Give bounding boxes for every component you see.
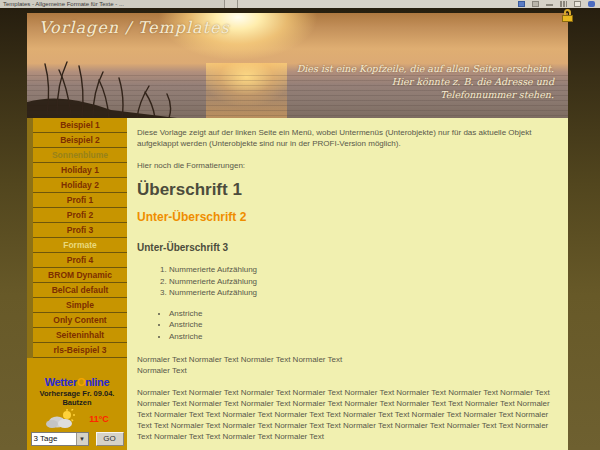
browser-chrome: Templates - Allgemeine Formate für Texte… [0,0,600,8]
normal-text-paragraph-2: Normaler Text Normaler Text Normaler Tex… [137,387,558,442]
lock-icon [562,9,573,22]
sidebar-item-formate[interactable]: Formate [33,238,127,253]
numbered-list-item: Nummerierte Aufzählung [169,276,558,288]
wetteronline-logo[interactable]: WetterOnline [27,376,127,388]
forecast-date: Vorhersage Fr. 09.04. [27,389,127,398]
sidebar-item-beispiel-1[interactable]: Beispiel 1 [33,118,127,133]
new-tab-button[interactable] [225,0,238,8]
browser-tab[interactable]: Templates - Allgemeine Formate für Texte… [0,0,225,8]
sidebar-item-profi-4[interactable]: Profi 4 [33,253,127,268]
grid-icon[interactable] [560,1,567,7]
bullet-list-item: Anstriche [169,308,558,320]
sidebar-item-profi-2[interactable]: Profi 2 [33,208,127,223]
page-background: Vorlagen / Templates Dies ist eine Kopfz… [0,8,600,450]
temperature-value: 11°C [89,414,109,424]
forecast-city: Bautzen [27,398,127,407]
browser-toolbar-icons [518,1,595,7]
main-content: Diese Vorlage zeigt auf der linken Seite… [127,118,568,450]
sun-o-icon: O [77,376,85,388]
heading-3: Unter-Überschrift 3 [137,242,558,253]
weather-widget: WetterOnline Vorhersage Fr. 09.04. Bautz… [27,376,127,450]
sidebar-item-sonnenblume[interactable]: Sonnenblume [33,148,127,163]
sidebar-item-only-content[interactable]: Only Content [33,313,127,328]
site-title: Vorlagen / Templates [39,18,230,37]
app-icon[interactable] [518,1,525,7]
beach-grass-silhouette [27,56,257,118]
formats-intro: Hier noch die Formatierungen: [137,160,558,171]
sidebar-item-beispiel-2[interactable]: Beispiel 2 [33,133,127,148]
bullet-list-item: Anstriche [169,319,558,331]
sidebar-item-simple[interactable]: Simple [33,298,127,313]
numbered-list: Nummerierte Aufzählung Nummerierte Aufzä… [137,264,558,299]
forecast-period-select[interactable]: 3 Tage ▼ [31,432,89,446]
numbered-list-item: Nummerierte Aufzählung [169,287,558,299]
sidebar-item-holiday-2[interactable]: Holiday 2 [33,178,127,193]
normal-text-paragraph-1: Normaler Text Normaler Text Normaler Tex… [137,354,558,376]
sidebar-item-seiteninhalt[interactable]: Seiteninhalt [33,328,127,343]
sidebar-item-holiday-1[interactable]: Holiday 1 [33,163,127,178]
minimize-icon[interactable] [546,1,553,6]
bullet-list-item: Anstriche [169,331,558,343]
sidebar: Beispiel 1 Beispiel 2 Sonnenblume Holida… [27,118,127,450]
header-sunset-image: Vorlagen / Templates Dies ist eine Kopfz… [27,13,568,118]
sidebar-item-profi-1[interactable]: Profi 1 [33,193,127,208]
sidebar-item-brom-dynamic[interactable]: BROM Dynamic [33,268,127,283]
go-button[interactable]: GO [96,432,124,446]
page-icon[interactable] [574,1,581,7]
sidebar-item-profi-3[interactable]: Profi 3 [33,223,127,238]
help-icon[interactable] [588,1,595,7]
heading-1: Überschrift 1 [137,184,558,195]
chevron-down-icon[interactable]: ▼ [76,433,88,445]
selected-period: 3 Tage [32,433,76,445]
sidebar-item-rls-beispiel-3[interactable]: rls-Beispiel 3 [33,343,127,358]
partly-cloudy-icon [45,409,77,429]
bullet-list: Anstriche Anstriche Anstriche [137,308,558,343]
heading-2: Unter-Überschrift 2 [137,212,558,223]
sidebar-item-belcal-default[interactable]: BelCal default [33,283,127,298]
numbered-list-item: Nummerierte Aufzählung [169,264,558,276]
intro-paragraph: Diese Vorlage zeigt auf der linken Seite… [137,127,558,149]
sidebar-menu: Beispiel 1 Beispiel 2 Sonnenblume Holida… [27,118,127,358]
header-tagline: Dies ist eine Kopfzeile, die auf allen S… [297,62,554,101]
window-icon[interactable] [532,1,539,7]
